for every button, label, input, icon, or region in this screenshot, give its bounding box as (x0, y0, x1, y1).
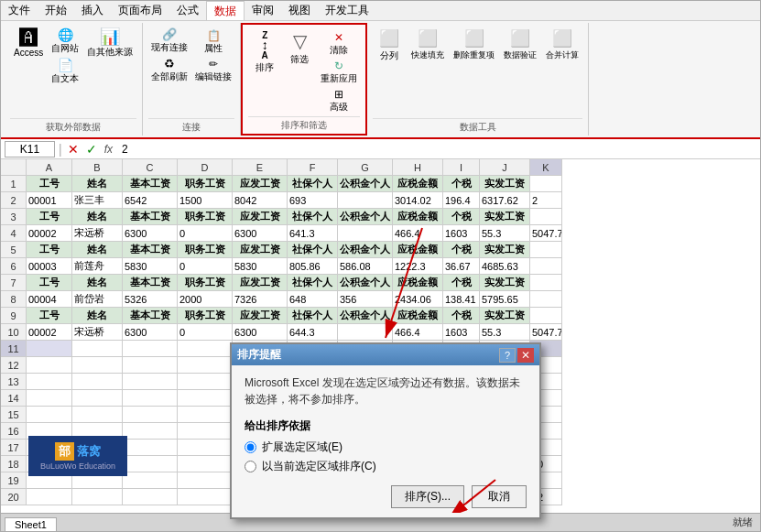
radio-expand-input[interactable] (245, 441, 256, 453)
ribbon-group-connection: 🔗 现有连接 ♻ 全部刷新 📋 属性 (143, 23, 241, 136)
btn-text[interactable]: 📄 自文本 (49, 57, 82, 86)
table-row: 3 工号 姓名 基本工资 职务工资 应发工资 社保个人 公积金个人 应税金额 个… (1, 209, 760, 225)
logo-text: BuLuoWo Education (40, 461, 115, 471)
col-header-b[interactable]: B (72, 159, 123, 176)
table-row: 9 工号 姓名 基本工资 职务工资 应发工资 社保个人 公积金个人 应税金额 个… (1, 308, 760, 324)
btn-quick-fill[interactable]: ⬜ 快速填充 (408, 27, 448, 63)
sheet-tab-1[interactable]: Sheet1 (5, 517, 57, 531)
formula-bar: K11 | ✕ ✓ fx 2 (1, 139, 760, 159)
btn-other-sources[interactable]: 📊 自其他来源 (83, 27, 136, 60)
cell-reference[interactable]: K11 (5, 141, 55, 157)
confirm-formula-icon[interactable]: ✓ (84, 142, 99, 157)
insert-function-icon[interactable]: fx (103, 143, 114, 156)
radio-current[interactable]: 以当前选定区域排序(C) (245, 459, 527, 474)
col-header-k[interactable]: K (530, 159, 562, 176)
btn-clear[interactable]: ✕ 清除 (318, 30, 360, 58)
status-bar: 就绪 (733, 516, 760, 529)
group-label-connection: 连接 (148, 118, 234, 134)
col-header-c[interactable]: C (123, 159, 178, 176)
radio-expand-label: 扩展选定区域(E) (262, 440, 342, 455)
dialog-section-label: 给出排序依据 (245, 418, 527, 434)
col-header-g[interactable]: G (338, 159, 393, 176)
col-header-f[interactable]: F (288, 159, 338, 176)
btn-props[interactable]: 📋 属性 (192, 28, 234, 56)
table-row: 6 00003 前莲舟 5830 0 5830 805.86 586.08 12… (1, 258, 760, 275)
menu-view[interactable]: 视图 (281, 1, 318, 20)
btn-split[interactable]: ⬜ 分列 (373, 27, 406, 64)
menu-home[interactable]: 开始 (38, 1, 74, 20)
table-row: 1 工号 姓名 基本工资 职务工资 应发工资 社保个人 公积金个人 应税金额 个… (1, 176, 760, 192)
col-header-d[interactable]: D (178, 159, 233, 176)
dialog-close-btn[interactable]: ✕ (517, 348, 534, 363)
table-row: 4 00002 宋远桥 6300 0 6300 641.3 466.4 1603… (1, 225, 760, 242)
group-label-data-tools: 数据工具 (373, 118, 582, 134)
sort-cancel-button[interactable]: 取消 (472, 485, 527, 508)
group-label-sort: 排序和筛选 (248, 116, 360, 132)
btn-refresh-all[interactable]: ♻ 全部刷新 (148, 56, 190, 84)
sort-confirm-button[interactable]: 排序(S)... (391, 485, 464, 508)
ribbon-group-data-tools: ⬜ 分列 ⬜ 快速填充 ⬜ 删除重复项 ⬜ 数据验证 (367, 23, 589, 136)
col-header-j[interactable]: J (480, 159, 530, 176)
logo-area: 部 落窝 BuLuoWo Education (28, 436, 127, 476)
radio-current-label: 以当前选定区域排序(C) (262, 459, 376, 474)
menu-insert[interactable]: 插入 (74, 1, 111, 20)
dialog-title-bar: 排序提醒 ? ✕ (232, 344, 539, 365)
table-row: 2 00001 张三丰 6542 1500 8042 693 3014.02 1… (1, 192, 760, 209)
btn-filter[interactable]: ▽ 筛选 (283, 28, 316, 68)
btn-advanced[interactable]: ⊞ 高级 (318, 87, 360, 114)
menu-file[interactable]: 文件 (1, 1, 38, 20)
btn-merge[interactable]: ⬜ 合并计算 (542, 27, 582, 63)
table-row: 8 00004 前岱岩 5326 2000 7326 648 356 2434.… (1, 291, 760, 308)
dialog-buttons: 排序(S)... 取消 (245, 485, 527, 508)
menu-data[interactable]: 数据 (206, 1, 245, 20)
btn-edit-links[interactable]: ✏ 编辑链接 (192, 57, 234, 84)
table-row: 7 工号 姓名 基本工资 职务工资 应发工资 社保个人 公积金个人 应税金额 个… (1, 275, 760, 291)
formula-divider: | (59, 142, 62, 157)
table-row: 10 00002 宋远桥 6300 0 6300 644.3 466.4 160… (1, 324, 760, 341)
btn-web[interactable]: 🌐 自网站 (49, 27, 82, 56)
spreadsheet-container: A B C D E F G H I J K 1 工号 (1, 159, 760, 513)
menu-bar: 文件 开始 插入 页面布局 公式 数据 审阅 视图 开发工具 (1, 1, 760, 21)
dialog-body: Microsoft Excel 发现在选定区域旁边还有数据。该数据未被选择，将不… (232, 365, 539, 517)
cancel-formula-icon[interactable]: ✕ (66, 142, 81, 157)
radio-current-input[interactable] (245, 461, 256, 472)
ribbon: 🅰 Access 🌐 自网站 📄 自文本 (1, 21, 760, 139)
btn-reapply[interactable]: ↻ 重新应用 (318, 59, 360, 86)
radio-expand[interactable]: 扩展选定区域(E) (245, 440, 527, 455)
menu-layout[interactable]: 页面布局 (111, 1, 169, 20)
btn-sort[interactable]: Z ↕ A 排序 (248, 28, 281, 76)
ribbon-group-external: 🅰 Access 🌐 自网站 📄 自文本 (5, 23, 143, 136)
sort-dialog: 排序提醒 ? ✕ Microsoft Excel 发现在选定区域旁边还有数据。该… (230, 342, 541, 519)
table-row: 5 工号 姓名 基本工资 职务工资 应发工资 社保个人 公积金个人 应税金额 个… (1, 242, 760, 258)
btn-existing-connect[interactable]: 🔗 现有连接 (148, 27, 190, 55)
col-header-i[interactable]: I (443, 159, 480, 176)
col-header-h[interactable]: H (393, 159, 443, 176)
btn-access[interactable]: 🅰 Access (10, 27, 47, 60)
col-header-e[interactable]: E (233, 159, 288, 176)
dialog-message: Microsoft Excel 发现在选定区域旁边还有数据。该数据未被选择，将不… (245, 375, 527, 407)
dialog-help-btn[interactable]: ? (499, 348, 516, 363)
dialog-title: 排序提醒 (237, 347, 281, 363)
group-label-external: 获取外部数据 (10, 118, 136, 134)
col-header-a[interactable]: A (27, 159, 72, 176)
btn-validate[interactable]: ⬜ 数据验证 (500, 27, 540, 63)
formula-input[interactable]: 2 (118, 142, 756, 157)
menu-formula[interactable]: 公式 (169, 1, 206, 20)
menu-review[interactable]: 审阅 (245, 1, 281, 20)
menu-dev[interactable]: 开发工具 (318, 1, 376, 20)
btn-remove-dup[interactable]: ⬜ 删除重复项 (450, 27, 498, 63)
ribbon-group-sort: Z ↕ A 排序 ▽ 筛选 ✕ 清除 (241, 23, 367, 136)
